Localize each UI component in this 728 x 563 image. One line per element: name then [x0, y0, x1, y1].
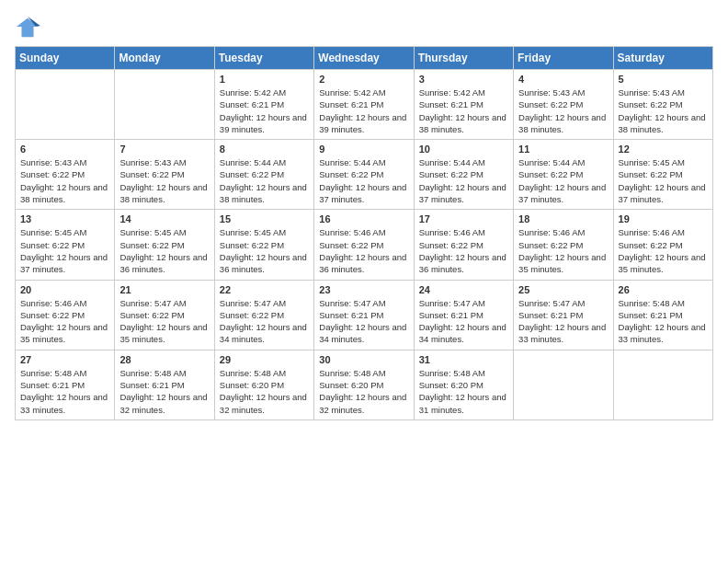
day-number: 7	[119, 144, 209, 155]
day-number: 10	[419, 144, 508, 155]
day-info: Sunrise: 5:46 AM Sunset: 6:22 PM Dayligh…	[319, 226, 408, 275]
day-number: 8	[220, 144, 309, 155]
day-number: 31	[419, 354, 508, 365]
day-info: Sunrise: 5:45 AM Sunset: 6:22 PM Dayligh…	[619, 156, 708, 205]
day-cell: 8Sunrise: 5:44 AM Sunset: 6:22 PM Daylig…	[214, 140, 313, 210]
day-number: 6	[20, 144, 109, 155]
day-info: Sunrise: 5:43 AM Sunset: 6:22 PM Dayligh…	[20, 156, 109, 205]
day-cell: 24Sunrise: 5:47 AM Sunset: 6:21 PM Dayli…	[414, 280, 513, 350]
day-cell: 5Sunrise: 5:43 AM Sunset: 6:22 PM Daylig…	[613, 70, 712, 140]
day-info: Sunrise: 5:48 AM Sunset: 6:20 PM Dayligh…	[319, 367, 408, 416]
day-number: 16	[319, 213, 408, 224]
day-cell	[16, 70, 115, 140]
day-cell: 23Sunrise: 5:47 AM Sunset: 6:21 PM Dayli…	[314, 280, 414, 350]
day-info: Sunrise: 5:43 AM Sunset: 6:22 PM Dayligh…	[619, 86, 708, 135]
day-cell: 7Sunrise: 5:43 AM Sunset: 6:22 PM Daylig…	[115, 140, 214, 210]
day-number: 22	[220, 284, 309, 295]
week-row-1: 1Sunrise: 5:42 AM Sunset: 6:21 PM Daylig…	[16, 70, 713, 140]
logo	[15, 15, 44, 40]
day-cell: 2Sunrise: 5:42 AM Sunset: 6:21 PM Daylig…	[314, 70, 414, 140]
day-number: 12	[619, 144, 708, 155]
day-cell: 17Sunrise: 5:46 AM Sunset: 6:22 PM Dayli…	[414, 210, 513, 280]
day-cell: 29Sunrise: 5:48 AM Sunset: 6:20 PM Dayli…	[214, 350, 313, 419]
day-info: Sunrise: 5:43 AM Sunset: 6:22 PM Dayligh…	[518, 86, 608, 135]
day-cell: 13Sunrise: 5:45 AM Sunset: 6:22 PM Dayli…	[16, 210, 115, 280]
day-number: 26	[619, 284, 708, 295]
day-cell: 6Sunrise: 5:43 AM Sunset: 6:22 PM Daylig…	[16, 140, 115, 210]
day-cell: 15Sunrise: 5:45 AM Sunset: 6:22 PM Dayli…	[214, 210, 313, 280]
day-number: 19	[619, 213, 708, 224]
day-cell: 19Sunrise: 5:46 AM Sunset: 6:22 PM Dayli…	[613, 210, 712, 280]
weekday-header-monday: Monday	[115, 47, 214, 70]
day-cell: 18Sunrise: 5:46 AM Sunset: 6:22 PM Dayli…	[514, 210, 613, 280]
day-number: 15	[220, 213, 309, 224]
day-cell: 22Sunrise: 5:47 AM Sunset: 6:22 PM Dayli…	[214, 280, 313, 350]
day-cell: 27Sunrise: 5:48 AM Sunset: 6:21 PM Dayli…	[16, 350, 115, 419]
day-cell	[514, 350, 613, 419]
day-number: 1	[220, 74, 309, 85]
day-number: 11	[518, 144, 608, 155]
day-info: Sunrise: 5:45 AM Sunset: 6:22 PM Dayligh…	[220, 226, 309, 275]
day-number: 17	[419, 213, 508, 224]
weekday-header-friday: Friday	[514, 47, 613, 70]
header	[15, 15, 713, 40]
day-cell: 20Sunrise: 5:46 AM Sunset: 6:22 PM Dayli…	[16, 280, 115, 350]
day-info: Sunrise: 5:46 AM Sunset: 6:22 PM Dayligh…	[20, 297, 109, 346]
day-info: Sunrise: 5:48 AM Sunset: 6:21 PM Dayligh…	[20, 367, 109, 416]
day-info: Sunrise: 5:42 AM Sunset: 6:21 PM Dayligh…	[419, 86, 508, 135]
weekday-header-saturday: Saturday	[613, 47, 712, 70]
day-number: 20	[20, 284, 109, 295]
week-row-5: 27Sunrise: 5:48 AM Sunset: 6:21 PM Dayli…	[16, 350, 713, 419]
day-info: Sunrise: 5:42 AM Sunset: 6:21 PM Dayligh…	[220, 86, 309, 135]
week-row-3: 13Sunrise: 5:45 AM Sunset: 6:22 PM Dayli…	[16, 210, 713, 280]
day-info: Sunrise: 5:46 AM Sunset: 6:22 PM Dayligh…	[518, 226, 608, 275]
day-number: 13	[20, 213, 109, 224]
day-cell: 12Sunrise: 5:45 AM Sunset: 6:22 PM Dayli…	[613, 140, 712, 210]
day-info: Sunrise: 5:47 AM Sunset: 6:22 PM Dayligh…	[119, 297, 209, 346]
day-cell: 16Sunrise: 5:46 AM Sunset: 6:22 PM Dayli…	[314, 210, 414, 280]
day-cell: 1Sunrise: 5:42 AM Sunset: 6:21 PM Daylig…	[214, 70, 313, 140]
day-cell: 4Sunrise: 5:43 AM Sunset: 6:22 PM Daylig…	[514, 70, 613, 140]
day-info: Sunrise: 5:47 AM Sunset: 6:21 PM Dayligh…	[319, 297, 408, 346]
weekday-header-wednesday: Wednesday	[314, 47, 414, 70]
day-info: Sunrise: 5:44 AM Sunset: 6:22 PM Dayligh…	[518, 156, 608, 205]
day-cell: 11Sunrise: 5:44 AM Sunset: 6:22 PM Dayli…	[514, 140, 613, 210]
day-cell: 25Sunrise: 5:47 AM Sunset: 6:21 PM Dayli…	[514, 280, 613, 350]
weekday-header-thursday: Thursday	[414, 47, 513, 70]
day-info: Sunrise: 5:44 AM Sunset: 6:22 PM Dayligh…	[319, 156, 408, 205]
weekday-header-tuesday: Tuesday	[214, 47, 313, 70]
logo-icon	[15, 15, 40, 40]
day-number: 9	[319, 144, 408, 155]
day-cell: 28Sunrise: 5:48 AM Sunset: 6:21 PM Dayli…	[115, 350, 214, 419]
day-number: 14	[119, 213, 209, 224]
day-info: Sunrise: 5:47 AM Sunset: 6:21 PM Dayligh…	[518, 297, 608, 346]
day-number: 30	[319, 354, 408, 365]
day-cell: 3Sunrise: 5:42 AM Sunset: 6:21 PM Daylig…	[414, 70, 513, 140]
day-info: Sunrise: 5:47 AM Sunset: 6:21 PM Dayligh…	[419, 297, 508, 346]
weekday-header-sunday: Sunday	[16, 47, 115, 70]
day-cell: 26Sunrise: 5:48 AM Sunset: 6:21 PM Dayli…	[613, 280, 712, 350]
week-row-2: 6Sunrise: 5:43 AM Sunset: 6:22 PM Daylig…	[16, 140, 713, 210]
day-number: 24	[419, 284, 508, 295]
day-number: 27	[20, 354, 109, 365]
day-info: Sunrise: 5:44 AM Sunset: 6:22 PM Dayligh…	[220, 156, 309, 205]
day-number: 25	[518, 284, 608, 295]
day-cell: 31Sunrise: 5:48 AM Sunset: 6:20 PM Dayli…	[414, 350, 513, 419]
day-info: Sunrise: 5:42 AM Sunset: 6:21 PM Dayligh…	[319, 86, 408, 135]
day-number: 4	[518, 74, 608, 85]
day-info: Sunrise: 5:46 AM Sunset: 6:22 PM Dayligh…	[619, 226, 708, 275]
day-cell	[115, 70, 214, 140]
day-cell: 21Sunrise: 5:47 AM Sunset: 6:22 PM Dayli…	[115, 280, 214, 350]
day-info: Sunrise: 5:48 AM Sunset: 6:21 PM Dayligh…	[619, 297, 708, 346]
day-cell: 10Sunrise: 5:44 AM Sunset: 6:22 PM Dayli…	[414, 140, 513, 210]
day-info: Sunrise: 5:45 AM Sunset: 6:22 PM Dayligh…	[20, 226, 109, 275]
day-info: Sunrise: 5:48 AM Sunset: 6:20 PM Dayligh…	[220, 367, 309, 416]
day-info: Sunrise: 5:47 AM Sunset: 6:22 PM Dayligh…	[220, 297, 309, 346]
day-number: 5	[619, 74, 708, 85]
day-cell	[613, 350, 712, 419]
day-info: Sunrise: 5:43 AM Sunset: 6:22 PM Dayligh…	[119, 156, 209, 205]
day-number: 2	[319, 74, 408, 85]
day-number: 23	[319, 284, 408, 295]
day-info: Sunrise: 5:48 AM Sunset: 6:20 PM Dayligh…	[419, 367, 508, 416]
day-number: 28	[119, 354, 209, 365]
